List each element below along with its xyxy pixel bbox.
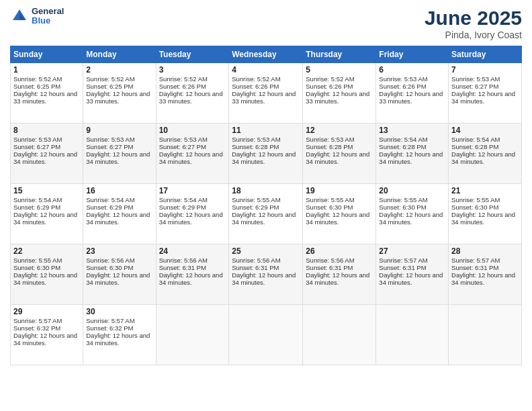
daylight-label: Daylight: 12 hours and 34 minutes. [306,271,369,286]
sunrise-label: Sunrise: 5:55 AM [232,196,280,203]
day-number: 19 [306,186,373,195]
sunset-label: Sunset: 6:28 PM [451,143,498,150]
daylight-label: Daylight: 12 hours and 33 minutes. [379,90,443,105]
sunset-label: Sunset: 6:29 PM [13,203,60,211]
sunrise-label: Sunrise: 5:53 AM [379,75,427,83]
table-row: 5Sunrise: 5:52 AMSunset: 6:26 PMDaylight… [303,63,376,124]
sunrise-label: Sunrise: 5:57 AM [379,257,427,264]
daylight-label: Daylight: 12 hours and 34 minutes. [13,271,77,286]
sunrise-label: Sunrise: 5:52 AM [159,75,208,83]
day-number: 30 [86,307,152,316]
sunset-label: Sunset: 6:28 PM [232,143,279,150]
daylight-label: Daylight: 12 hours and 34 minutes. [13,211,77,226]
calendar-title: June 2025 [425,7,522,30]
col-wednesday: Wednesday [229,46,303,63]
day-number: 14 [451,126,519,135]
table-row: 24Sunrise: 5:56 AMSunset: 6:31 PMDayligh… [156,244,229,305]
daylight-label: Daylight: 12 hours and 34 minutes. [86,211,150,226]
sunrise-label: Sunrise: 5:53 AM [13,136,62,143]
table-row [449,305,522,365]
daylight-label: Daylight: 12 hours and 34 minutes. [86,332,150,347]
sunset-label: Sunset: 6:31 PM [232,264,279,271]
table-row: 2Sunrise: 5:52 AMSunset: 6:25 PMDaylight… [83,63,156,124]
sunset-label: Sunset: 6:30 PM [451,203,498,211]
sunset-label: Sunset: 6:26 PM [306,83,353,90]
col-monday: Monday [83,46,156,63]
daylight-label: Daylight: 12 hours and 34 minutes. [451,150,515,165]
sunrise-label: Sunrise: 5:57 AM [13,317,62,324]
table-row: 25Sunrise: 5:56 AMSunset: 6:31 PMDayligh… [229,244,303,305]
sunrise-label: Sunrise: 5:52 AM [86,75,134,83]
sunrise-label: Sunrise: 5:55 AM [306,196,354,203]
sunrise-label: Sunrise: 5:52 AM [13,75,62,83]
daylight-label: Daylight: 12 hours and 34 minutes. [13,332,77,347]
table-row: 11Sunrise: 5:53 AMSunset: 6:28 PMDayligh… [229,124,303,184]
day-number: 28 [451,246,519,256]
sunrise-label: Sunrise: 5:53 AM [451,75,500,83]
page-header: General Blue June 2025 Pinda, Ivory Coas… [10,7,522,40]
sunrise-label: Sunrise: 5:54 AM [159,196,208,203]
sunset-label: Sunset: 6:25 PM [86,83,133,90]
day-number: 26 [306,246,373,256]
day-number: 24 [159,246,226,256]
table-row: 4Sunrise: 5:52 AMSunset: 6:26 PMDaylight… [229,63,303,124]
sunrise-label: Sunrise: 5:55 AM [379,196,427,203]
logo-line1: General [32,7,64,16]
day-number: 18 [232,186,300,195]
sunset-label: Sunset: 6:27 PM [86,143,133,150]
sunrise-label: Sunrise: 5:56 AM [232,257,280,264]
daylight-label: Daylight: 12 hours and 33 minutes. [86,90,150,105]
sunrise-label: Sunrise: 5:54 AM [451,136,500,143]
daylight-label: Daylight: 12 hours and 33 minutes. [306,90,369,105]
sunset-label: Sunset: 6:31 PM [451,264,498,271]
daylight-label: Daylight: 12 hours and 33 minutes. [159,90,223,105]
sunrise-label: Sunrise: 5:53 AM [306,136,354,143]
daylight-label: Daylight: 12 hours and 34 minutes. [159,271,223,286]
day-number: 7 [451,65,519,75]
sunset-label: Sunset: 6:29 PM [232,203,279,211]
sunrise-label: Sunrise: 5:54 AM [13,196,62,203]
sunrise-label: Sunrise: 5:55 AM [13,257,62,264]
sunset-label: Sunset: 6:32 PM [13,324,60,332]
day-number: 10 [159,126,226,135]
sunset-label: Sunset: 6:27 PM [13,143,60,150]
sunset-label: Sunset: 6:31 PM [159,264,206,271]
table-row: 30Sunrise: 5:57 AMSunset: 6:32 PMDayligh… [83,305,156,365]
sunset-label: Sunset: 6:30 PM [379,203,426,211]
table-row: 10Sunrise: 5:53 AMSunset: 6:27 PMDayligh… [156,124,229,184]
col-tuesday: Tuesday [156,46,229,63]
daylight-label: Daylight: 12 hours and 34 minutes. [379,150,443,165]
logo-line2: Blue [32,16,64,26]
day-number: 20 [379,186,445,195]
table-row [156,305,229,365]
table-row: 1Sunrise: 5:52 AMSunset: 6:25 PMDaylight… [11,63,83,124]
daylight-label: Daylight: 12 hours and 34 minutes. [451,271,515,286]
sunrise-label: Sunrise: 5:56 AM [306,257,354,264]
daylight-label: Daylight: 12 hours and 34 minutes. [232,211,296,226]
day-number: 1 [13,65,80,75]
sunrise-label: Sunrise: 5:57 AM [86,317,134,324]
day-number: 27 [379,246,445,256]
col-thursday: Thursday [303,46,376,63]
sunrise-label: Sunrise: 5:56 AM [159,257,208,264]
table-row: 14Sunrise: 5:54 AMSunset: 6:28 PMDayligh… [449,124,522,184]
table-row: 27Sunrise: 5:57 AMSunset: 6:31 PMDayligh… [376,244,449,305]
sunset-label: Sunset: 6:28 PM [306,143,353,150]
day-number: 9 [86,126,152,135]
logo-icon [10,7,29,26]
sunrise-label: Sunrise: 5:53 AM [232,136,280,143]
day-number: 12 [306,126,373,135]
table-row: 9Sunrise: 5:53 AMSunset: 6:27 PMDaylight… [83,124,156,184]
daylight-label: Daylight: 12 hours and 34 minutes. [159,150,223,165]
sunset-label: Sunset: 6:30 PM [86,264,133,271]
table-row [376,305,449,365]
table-row: 18Sunrise: 5:55 AMSunset: 6:29 PMDayligh… [229,184,303,244]
daylight-label: Daylight: 12 hours and 34 minutes. [379,271,443,286]
day-number: 15 [13,186,80,195]
table-row: 19Sunrise: 5:55 AMSunset: 6:30 PMDayligh… [303,184,376,244]
day-number: 6 [379,65,445,75]
logo-text: General Blue [32,7,64,26]
calendar-table: Sunday Monday Tuesday Wednesday Thursday… [10,46,522,365]
table-row: 21Sunrise: 5:55 AMSunset: 6:30 PMDayligh… [449,184,522,244]
table-row: 12Sunrise: 5:53 AMSunset: 6:28 PMDayligh… [303,124,376,184]
